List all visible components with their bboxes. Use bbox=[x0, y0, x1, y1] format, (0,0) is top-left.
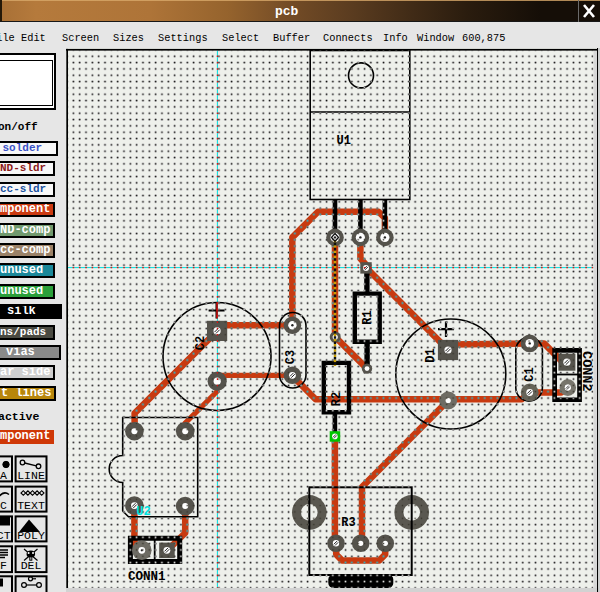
svg-text:U1: U1 bbox=[337, 134, 351, 148]
svg-text:BUF: BUF bbox=[0, 559, 7, 572]
svg-text:TEXT: TEXT bbox=[17, 499, 45, 512]
svg-text:R2: R2 bbox=[330, 392, 344, 406]
svg-text:RECT: RECT bbox=[0, 529, 11, 542]
svg-text:U2: U2 bbox=[136, 505, 150, 519]
svg-text:D1: D1 bbox=[424, 348, 438, 362]
svg-text:R1: R1 bbox=[361, 310, 375, 324]
svg-text:ARC: ARC bbox=[0, 499, 7, 512]
svg-text:CONN2: CONN2 bbox=[579, 351, 594, 392]
svg-text:VIA: VIA bbox=[0, 469, 7, 482]
svg-text:C2: C2 bbox=[194, 336, 208, 350]
svg-text:CONN1: CONN1 bbox=[128, 570, 166, 584]
svg-text:R3: R3 bbox=[341, 516, 355, 530]
svg-text:LINE: LINE bbox=[17, 469, 45, 482]
svg-text:C1: C1 bbox=[523, 367, 537, 381]
svg-text:C3: C3 bbox=[284, 350, 298, 364]
